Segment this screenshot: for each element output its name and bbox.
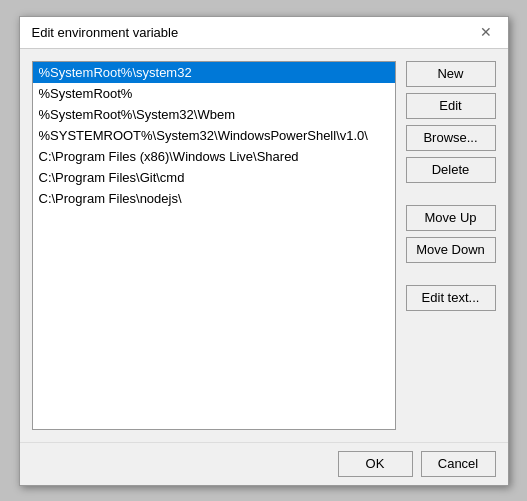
dialog-title: Edit environment variable	[32, 25, 179, 40]
spacer-2	[406, 269, 496, 279]
cancel-button[interactable]: Cancel	[421, 451, 496, 477]
edit-button[interactable]: Edit	[406, 93, 496, 119]
move-down-button[interactable]: Move Down	[406, 237, 496, 263]
dialog-content: %SystemRoot%\system32%SystemRoot%%System…	[20, 49, 508, 442]
move-up-button[interactable]: Move Up	[406, 205, 496, 231]
env-variable-list[interactable]: %SystemRoot%\system32%SystemRoot%%System…	[32, 61, 396, 430]
list-item[interactable]: %SYSTEMROOT%\System32\WindowsPowerShell\…	[33, 125, 395, 146]
close-button[interactable]: ✕	[476, 22, 496, 42]
list-item[interactable]: C:\Program Files\Git\cmd	[33, 167, 395, 188]
new-button[interactable]: New	[406, 61, 496, 87]
list-item[interactable]: C:\Program Files\nodejs\	[33, 188, 395, 209]
list-item[interactable]: %SystemRoot%\system32	[33, 62, 395, 83]
list-item[interactable]: %SystemRoot%\System32\Wbem	[33, 104, 395, 125]
ok-button[interactable]: OK	[338, 451, 413, 477]
spacer-1	[406, 189, 496, 199]
list-item[interactable]: %SystemRoot%	[33, 83, 395, 104]
title-bar: Edit environment variable ✕	[20, 17, 508, 49]
delete-button[interactable]: Delete	[406, 157, 496, 183]
edit-text-button[interactable]: Edit text...	[406, 285, 496, 311]
list-item[interactable]: C:\Program Files (x86)\Windows Live\Shar…	[33, 146, 395, 167]
edit-env-variable-dialog: Edit environment variable ✕ %SystemRoot%…	[19, 16, 509, 486]
browse-button[interactable]: Browse...	[406, 125, 496, 151]
dialog-footer: OK Cancel	[20, 442, 508, 485]
button-panel: New Edit Browse... Delete Move Up Move D…	[406, 61, 496, 430]
